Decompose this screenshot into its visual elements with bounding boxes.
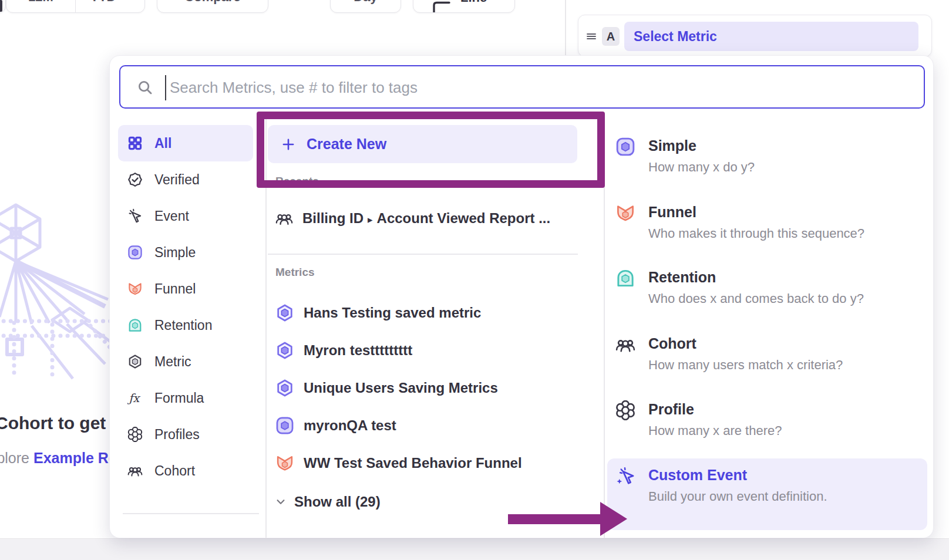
compare-button[interactable]: Compare [157, 0, 268, 13]
line-chart-type-button[interactable]: Line [413, 0, 515, 13]
metric-item-label: Unique Users Saving Metrics [304, 380, 498, 396]
type-option-profile[interactable]: Profile How many x are there? [607, 400, 927, 438]
metric-hexagon-icon [127, 354, 143, 369]
metric-list-item[interactable]: WW Test Saved Behavior Funnel [275, 444, 522, 482]
line-chart-icon [431, 0, 451, 13]
custom-event-cursor-icon [615, 466, 635, 486]
sidebar-item-profiles[interactable]: Profiles [118, 416, 253, 453]
sidebar-item-simple[interactable]: Simple [118, 234, 253, 271]
funnel-icon [275, 454, 294, 473]
type-title: Custom Event [648, 466, 927, 484]
sidebar-item-retention[interactable]: Retention [118, 307, 253, 343]
metric-item-label: myronQA test [304, 417, 396, 434]
recent-item-name: Billing ID [302, 210, 364, 226]
sidebar-label: Formula [154, 390, 204, 406]
sidebar-item-metric[interactable]: Metric [118, 343, 253, 380]
event-cursor-icon [127, 208, 143, 224]
sidebar-label: Event [154, 208, 189, 224]
type-description: How many x do y? [648, 160, 927, 175]
page-bottom-area [0, 538, 949, 560]
type-title: Cohort [648, 335, 927, 352]
metric-list-item[interactable]: Unique Users Saving Metrics [275, 369, 498, 407]
sidebar-item-formula[interactable]: Formula [118, 380, 253, 416]
metric-list-item[interactable]: myronQA test [275, 407, 396, 444]
sidebar-label: Metric [154, 354, 191, 370]
recent-item-billing[interactable]: Billing ID▸Account Viewed Report ... [275, 205, 550, 232]
recent-item-target: Account Viewed Report ... [377, 210, 551, 226]
sidebar-label: Funnel [154, 281, 196, 297]
sidebar-item-all[interactable]: All [118, 125, 253, 161]
tag-icon [127, 536, 143, 538]
verified-badge-icon [127, 172, 143, 187]
recent-item-label: Billing ID▸Account Viewed Report ... [302, 210, 550, 227]
type-option-simple[interactable]: Simple How many x do y? [607, 137, 927, 175]
simple-metric-icon [127, 245, 143, 260]
type-option-retention[interactable]: Retention Who does x and comes back to d… [607, 268, 927, 306]
type-description: How many x are there? [648, 423, 927, 438]
breadcrumb-separator: ▸ [368, 214, 373, 225]
sidebar-label: Simple [154, 245, 196, 261]
formula-fx-icon [127, 390, 143, 406]
day-interval-button[interactable]: Day [330, 0, 401, 13]
sidebar-label: Cohort [154, 463, 195, 479]
chevron-down-icon [121, 0, 130, 2]
metrics-section-title: Metrics [275, 266, 315, 279]
metric-list-item[interactable]: Hans Testing saved metric [275, 294, 481, 332]
drag-handle-icon[interactable] [585, 31, 597, 42]
select-metric-button[interactable]: Select Metric [624, 22, 918, 51]
profiles-cluster-icon [127, 427, 143, 442]
sidebar-label: Profiles [154, 427, 200, 443]
chevron-down-icon [275, 497, 286, 507]
cohort-people-icon [127, 463, 143, 478]
range-ytd-button[interactable]: YTD [75, 0, 144, 12]
sidebar-item-funnel[interactable]: Funnel [118, 271, 253, 307]
search-input[interactable] [170, 70, 898, 105]
empty-state-illustration [0, 200, 120, 387]
funnel-icon [127, 281, 143, 296]
range-ytd-label: YTD [90, 0, 116, 5]
metric-item-label: Hans Testing saved metric [304, 305, 481, 321]
funnel-icon [615, 203, 635, 223]
day-label: Day [354, 0, 377, 5]
cohort-people-icon [275, 210, 293, 227]
show-all-button[interactable]: Show all (29) [275, 491, 381, 513]
type-description: How many users match x criteria? [648, 357, 927, 373]
show-all-label: Show all (29) [294, 494, 381, 510]
type-title: Profile [648, 400, 927, 418]
type-option-cohort[interactable]: Cohort How many users match x criteria? [607, 335, 927, 373]
type-title: Retention [648, 268, 927, 286]
select-metric-row: A Select Metric [578, 15, 932, 57]
retention-icon [615, 268, 635, 288]
text-cursor [165, 75, 166, 100]
toolbar-fragment-icon [0, 0, 2, 12]
sidebar-item-tags[interactable]: Tags [118, 525, 253, 538]
profiles-cluster-icon [615, 400, 635, 420]
select-metric-label: Select Metric [634, 29, 717, 45]
metric-item-label: WW Test Saved Behavior Funnel [304, 455, 522, 471]
sidebar-item-verified[interactable]: Verified [118, 161, 253, 198]
sidebar-label: Tags [154, 536, 183, 539]
simple-metric-icon [615, 137, 635, 157]
type-option-funnel[interactable]: Funnel Who makes it through this sequenc… [607, 203, 927, 241]
sidebar-item-cohort[interactable]: Cohort [118, 453, 253, 489]
search-icon [137, 79, 153, 96]
sidebar-section-divider [123, 513, 259, 514]
type-option-custom-event[interactable]: Custom Event Build your own event defini… [607, 466, 927, 504]
type-description: Who does x and comes back to do y? [648, 291, 927, 306]
range-12m-button[interactable]: 12M [6, 0, 75, 12]
explore-text: explore [0, 450, 33, 466]
sidebar-item-event[interactable]: Event [118, 198, 253, 234]
sidebar-label: All [154, 136, 171, 151]
section-divider [268, 254, 578, 255]
type-title: Funnel [648, 203, 927, 221]
sidebar-label: Retention [154, 318, 212, 333]
cohort-people-icon [615, 335, 635, 355]
annotation-highlight-box [257, 112, 605, 188]
metric-list-item[interactable]: Myron testtttttttt [275, 332, 412, 369]
metric-hexagon-icon [275, 341, 294, 360]
category-sidebar: All Verified Event Simple Funnel Retenti… [118, 125, 259, 489]
metric-hexagon-icon [275, 303, 294, 322]
type-description: Who makes it through this sequence? [648, 226, 927, 241]
line-label: Line [460, 0, 487, 13]
retention-icon [127, 318, 143, 333]
